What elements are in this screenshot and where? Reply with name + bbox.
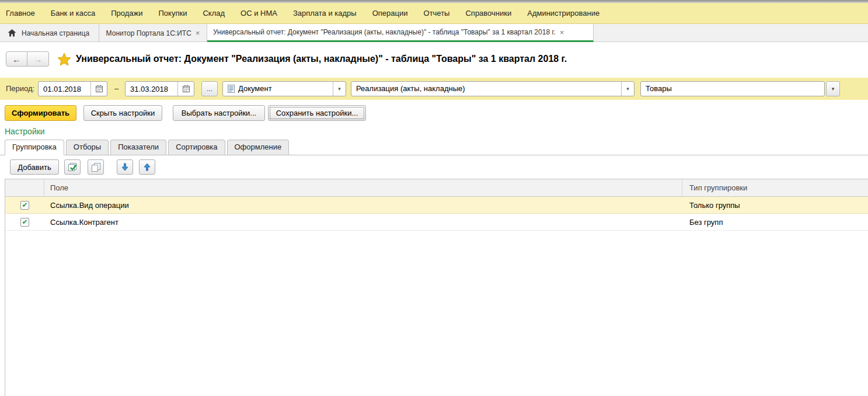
arrow-up-icon (142, 162, 152, 172)
table-part-dropdown-button[interactable]: ▾ (826, 81, 840, 96)
tab-sortirovka[interactable]: Сортировка (168, 140, 225, 155)
back-button[interactable]: ← (6, 51, 27, 67)
tab-oformlenie[interactable]: Оформление (227, 140, 290, 155)
calendar-icon (95, 85, 103, 93)
period-label: Период: (6, 81, 34, 96)
date-to-input[interactable] (126, 82, 177, 96)
table-row[interactable]: ✔ Ссылка.Вид операции Только группы (5, 197, 868, 214)
table-part-field[interactable]: Товары (640, 81, 825, 96)
document-type-value: Реализация (акты, накладные) (351, 82, 621, 96)
set-all-flags-icon (67, 162, 78, 172)
tab-monitor-portala[interactable]: Монитор Портала 1С:ИТС × (99, 24, 207, 42)
row-field-value[interactable]: Ссылка.Вид операции (44, 201, 682, 210)
table-row[interactable]: ✔ Ссылка.Контрагент Без групп (5, 214, 868, 231)
period-dash: – (114, 81, 118, 96)
data-type-combobox[interactable]: Документ ▾ (222, 81, 346, 96)
row-group-type-value[interactable]: Без групп (682, 218, 868, 227)
date-to-calendar-button[interactable] (177, 82, 194, 96)
document-type-combobox[interactable]: Реализация (акты, накладные) ▾ (351, 81, 635, 96)
grouping-toolbar: Добавить (0, 159, 868, 177)
tab-report-label: Универсальный отчет: Документ "Реализаци… (213, 28, 556, 36)
home-icon (8, 29, 16, 37)
save-settings-button[interactable]: Сохранить настройки... (268, 105, 366, 121)
open-windows-tab-bar: Начальная страница Монитор Портала 1С:ИТ… (0, 24, 868, 42)
ellipsis-icon: ... (207, 85, 212, 93)
table-part-text: Товары (646, 82, 672, 96)
hide-settings-button[interactable]: Скрыть настройки (83, 105, 162, 121)
menu-item-prodazhi[interactable]: Продажи (111, 9, 142, 18)
page-title: Универсальный отчет: Документ "Реализаци… (76, 54, 567, 64)
back-arrow-icon: ← (12, 54, 21, 64)
tab-otbory[interactable]: Отборы (66, 140, 109, 155)
header-checkbox-column (5, 179, 44, 196)
report-parameters-panel: Период: – (0, 78, 868, 100)
history-navigation: ← → (6, 51, 49, 67)
settings-section-title: Настройки (5, 127, 45, 136)
tab-home-page[interactable]: Начальная страница (0, 24, 99, 42)
menu-item-glavnoe[interactable]: Главное (6, 9, 35, 18)
arrow-down-icon (120, 162, 130, 172)
row-checkbox[interactable]: ✔ (20, 218, 29, 227)
data-type-text: Документ (238, 82, 272, 96)
check-icon: ✔ (22, 218, 27, 225)
date-from-input[interactable] (39, 82, 90, 96)
settings-tab-strip: Группировка Отборы Показатели Сортировка… (0, 140, 868, 155)
menu-item-spravochniki[interactable]: Справочники (465, 9, 511, 18)
menu-item-os-i-nma[interactable]: ОС и НМА (240, 9, 277, 18)
grouping-table-header: Поле Тип группировки (5, 179, 868, 197)
generate-report-button[interactable]: Сформировать (5, 105, 76, 121)
column-header-group-type: Тип группировки (682, 183, 868, 192)
row-field-value[interactable]: Ссылка.Контрагент (44, 218, 682, 227)
application-window: Главное Банк и касса Продажи Покупки Скл… (0, 0, 868, 396)
set-all-flags-button[interactable] (64, 159, 81, 175)
row-checkbox-cell: ✔ (5, 214, 44, 230)
row-group-type-value[interactable]: Только группы (682, 201, 868, 210)
document-icon (228, 85, 235, 93)
menu-item-bank-i-kassa[interactable]: Банк и касса (51, 9, 96, 18)
check-icon: ✔ (22, 202, 27, 209)
choose-settings-button[interactable]: Выбрать настройки... (173, 105, 265, 121)
main-menu-bar: Главное Банк и касса Продажи Покупки Скл… (0, 3, 868, 24)
chevron-down-icon: ▾ (832, 86, 835, 92)
move-down-button[interactable] (117, 159, 133, 175)
tab-gruppirovka[interactable]: Группировка (5, 140, 64, 155)
tab-home-label: Начальная страница (22, 29, 89, 37)
data-type-value: Документ (223, 82, 333, 96)
menu-item-administrirovanie[interactable]: Администрирование (527, 9, 599, 18)
add-row-button[interactable]: Добавить (10, 159, 59, 175)
date-from-field (38, 81, 107, 96)
close-icon[interactable]: × (560, 29, 564, 36)
grouping-table: Поле Тип группировки ✔ Ссылка.Вид операц… (5, 179, 868, 396)
favorite-star-icon[interactable] (57, 53, 71, 66)
menu-item-pokupki[interactable]: Покупки (159, 9, 187, 18)
tab-universal-report-active[interactable]: Универсальный отчет: Документ "Реализаци… (207, 24, 594, 42)
date-from-calendar-button[interactable] (90, 82, 107, 96)
forward-arrow-icon: → (34, 54, 43, 64)
chevron-down-icon[interactable]: ▾ (621, 82, 634, 96)
period-options-button[interactable]: ... (201, 81, 218, 96)
date-to-field (125, 81, 194, 96)
forward-button[interactable]: → (27, 51, 49, 67)
document-type-text: Реализация (акты, накладные) (356, 82, 465, 96)
table-part-value: Товары (641, 82, 824, 96)
column-header-field: Поле (44, 179, 682, 196)
tab-monitor-label: Монитор Портала 1С:ИТС (106, 29, 191, 37)
tab-pokazateli[interactable]: Показатели (110, 140, 166, 155)
menu-item-sklad[interactable]: Склад (203, 9, 225, 18)
row-checkbox[interactable]: ✔ (20, 201, 29, 210)
row-checkbox-cell: ✔ (5, 197, 44, 213)
clear-all-flags-button[interactable] (88, 159, 104, 175)
chevron-down-icon[interactable]: ▾ (333, 82, 346, 96)
menu-item-zarplata-i-kadry[interactable]: Зарплата и кадры (293, 9, 357, 18)
close-icon[interactable]: × (196, 29, 200, 37)
move-up-button[interactable] (139, 159, 155, 175)
menu-item-otchety[interactable]: Отчеты (424, 9, 450, 18)
clear-all-flags-icon (90, 162, 101, 172)
calendar-icon (182, 85, 190, 93)
menu-item-operacii[interactable]: Операции (372, 9, 408, 18)
